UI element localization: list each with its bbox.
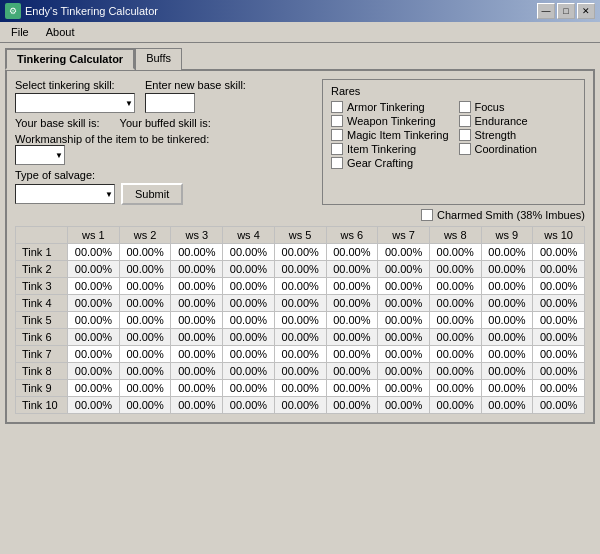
tink-cell: 00.00% [429, 278, 481, 295]
salvage-wrapper [15, 184, 115, 204]
tink-cell: 00.00% [171, 278, 223, 295]
rare-coordination-checkbox[interactable] [459, 143, 471, 155]
charmed-row: Charmed Smith (38% Imbues) [15, 209, 585, 221]
menu-about[interactable]: About [40, 24, 81, 40]
tink-cell: 00.00% [274, 363, 326, 380]
tink-cell: 00.00% [119, 312, 171, 329]
tink-cell: 00.00% [171, 244, 223, 261]
table-col-header: ws 1 [68, 227, 120, 244]
skill-row: Select tinkering skill: Enter new base s… [15, 79, 312, 113]
skill-info-row: Your base skill is: Your buffed skill is… [15, 117, 312, 129]
close-button[interactable]: ✕ [577, 3, 595, 19]
tink-cell: 00.00% [481, 363, 533, 380]
rare-weapon-tinkering-checkbox[interactable] [331, 115, 343, 127]
tink-cell: 00.00% [171, 295, 223, 312]
your-buffed-skill-label: Your buffed skill is: [120, 117, 211, 129]
select-skill-wrapper [15, 93, 135, 113]
enter-base-input[interactable] [145, 93, 195, 113]
tink-cell: 00.00% [533, 397, 585, 414]
tink-cell: 00.00% [223, 295, 275, 312]
left-controls: Select tinkering skill: Enter new base s… [15, 79, 312, 205]
tink-cell: 00.00% [378, 244, 430, 261]
table-row: Tink 100.00%00.00%00.00%00.00%00.00%00.0… [16, 244, 585, 261]
rare-magic-item-tinkering-checkbox[interactable] [331, 129, 343, 141]
tink-cell: 00.00% [378, 278, 430, 295]
rare-weapon-tinkering-label: Weapon Tinkering [347, 115, 435, 127]
tink-cell: 00.00% [68, 346, 120, 363]
rare-magic-item-tinkering-label: Magic Item Tinkering [347, 129, 448, 141]
rare-armor-tinkering-label: Armor Tinkering [347, 101, 425, 113]
enter-base-label: Enter new base skill: [145, 79, 246, 91]
tink-cell: 00.00% [378, 261, 430, 278]
tink-cell: 00.00% [429, 363, 481, 380]
rare-item-tinkering-checkbox[interactable] [331, 143, 343, 155]
submit-button[interactable]: Submit [121, 183, 183, 205]
rare-strength-label: Strength [475, 129, 517, 141]
charmed-smith-checkbox[interactable] [421, 209, 433, 221]
maximize-button[interactable]: □ [557, 3, 575, 19]
window-controls: — □ ✕ [537, 3, 595, 19]
tink-cell: 00.00% [274, 329, 326, 346]
rare-strength-checkbox[interactable] [459, 129, 471, 141]
tink-cell: 00.00% [326, 312, 378, 329]
tink-cell: 00.00% [481, 346, 533, 363]
tink-cell: 00.00% [223, 363, 275, 380]
tab-buffs[interactable]: Buffs [135, 48, 182, 70]
tink-cell: 00.00% [171, 261, 223, 278]
table-row: Tink 400.00%00.00%00.00%00.00%00.00%00.0… [16, 295, 585, 312]
tink-cell: 00.00% [119, 278, 171, 295]
workmanship-input[interactable] [15, 145, 65, 165]
tab-row: Tinkering Calculator Buffs [5, 48, 595, 70]
app-icon: ⚙ [5, 3, 21, 19]
table-row: Tink 300.00%00.00%00.00%00.00%00.00%00.0… [16, 278, 585, 295]
results-table: ws 1ws 2ws 3ws 4ws 5ws 6ws 7ws 8ws 9ws 1… [15, 226, 585, 414]
tink-cell: 00.00% [68, 329, 120, 346]
tink-cell: 00.00% [274, 261, 326, 278]
tink-cell: 00.00% [274, 278, 326, 295]
main-content: Tinkering Calculator Buffs Select tinker… [0, 43, 600, 429]
tab-tinkering-calculator[interactable]: Tinkering Calculator [5, 48, 135, 70]
tink-cell: 00.00% [171, 363, 223, 380]
tink-cell: 00.00% [429, 244, 481, 261]
tink-cell: 00.00% [119, 380, 171, 397]
salvage-input[interactable] [15, 184, 115, 204]
rare-armor-tinkering-checkbox[interactable] [331, 101, 343, 113]
tink-cell: 00.00% [171, 380, 223, 397]
rare-focus-checkbox[interactable] [459, 101, 471, 113]
tink-cell: 00.00% [481, 244, 533, 261]
rare-endurance-label: Endurance [475, 115, 528, 127]
tink-cell: 00.00% [274, 380, 326, 397]
tink-cell: 00.00% [274, 397, 326, 414]
tink-cell: 00.00% [429, 346, 481, 363]
menu-file[interactable]: File [5, 24, 35, 40]
rare-coordination-label: Coordination [475, 143, 537, 155]
enter-base-group: Enter new base skill: [145, 79, 246, 113]
tink-cell: 00.00% [533, 244, 585, 261]
rare-endurance-checkbox[interactable] [459, 115, 471, 127]
tink-cell: 00.00% [481, 261, 533, 278]
select-skill-input[interactable] [15, 93, 135, 113]
tink-cell: 00.00% [68, 312, 120, 329]
table-row: Tink 1000.00%00.00%00.00%00.00%00.00%00.… [16, 397, 585, 414]
rare-gear-crafting-checkbox[interactable] [331, 157, 343, 169]
tink-row-label: Tink 9 [16, 380, 68, 397]
tink-cell: 00.00% [119, 244, 171, 261]
table-col-header: ws 10 [533, 227, 585, 244]
tink-cell: 00.00% [533, 380, 585, 397]
tink-cell: 00.00% [429, 380, 481, 397]
rare-armor-tinkering: Armor Tinkering [331, 101, 448, 113]
tink-cell: 00.00% [378, 329, 430, 346]
tink-cell: 00.00% [223, 397, 275, 414]
tink-cell: 00.00% [326, 363, 378, 380]
tink-cell: 00.00% [326, 346, 378, 363]
tink-row-label: Tink 6 [16, 329, 68, 346]
tink-cell: 00.00% [171, 397, 223, 414]
tink-cell: 00.00% [326, 244, 378, 261]
tink-cell: 00.00% [119, 397, 171, 414]
rare-item-tinkering: Item Tinkering [331, 143, 448, 155]
table-col-header: ws 2 [119, 227, 171, 244]
tink-cell: 00.00% [119, 261, 171, 278]
tink-cell: 00.00% [326, 329, 378, 346]
rare-item-tinkering-label: Item Tinkering [347, 143, 416, 155]
minimize-button[interactable]: — [537, 3, 555, 19]
